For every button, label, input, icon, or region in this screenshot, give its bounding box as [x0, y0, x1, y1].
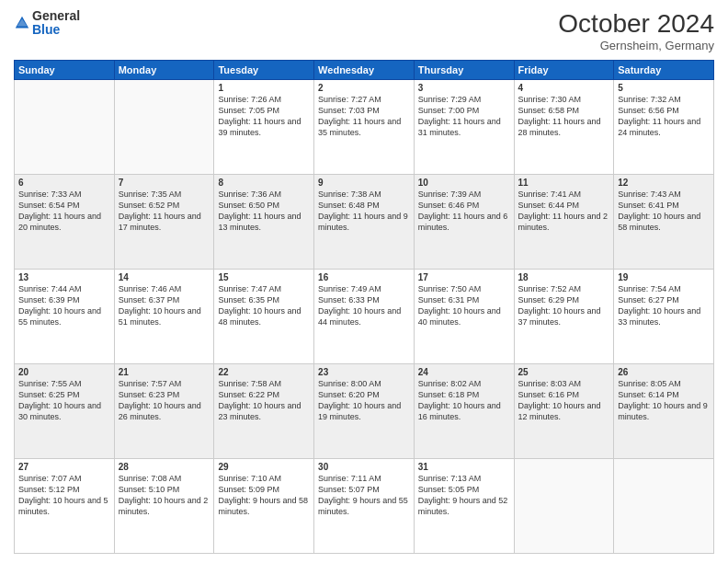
calendar-cell: 5Sunrise: 7:32 AM Sunset: 6:56 PM Daylig… [614, 80, 714, 175]
day-number: 21 [119, 367, 210, 377]
day-info: Sunrise: 7:11 AM Sunset: 5:07 PM Dayligh… [318, 473, 410, 518]
calendar-week-row: 27Sunrise: 7:07 AM Sunset: 5:12 PM Dayli… [15, 459, 714, 554]
calendar-cell [15, 80, 115, 175]
day-info: Sunrise: 7:52 AM Sunset: 6:29 PM Dayligh… [518, 283, 610, 328]
calendar-header-row: SundayMondayTuesdayWednesdayThursdayFrid… [15, 61, 714, 80]
day-number: 11 [518, 178, 610, 188]
logo: General Blue [14, 9, 80, 38]
calendar-cell: 13Sunrise: 7:44 AM Sunset: 6:39 PM Dayli… [15, 270, 115, 364]
calendar-cell: 30Sunrise: 7:11 AM Sunset: 5:07 PM Dayli… [314, 459, 415, 554]
day-number: 15 [218, 272, 310, 282]
day-info: Sunrise: 7:44 AM Sunset: 6:39 PM Dayligh… [18, 283, 110, 328]
day-info: Sunrise: 7:43 AM Sunset: 6:41 PM Dayligh… [618, 189, 710, 234]
calendar-table: SundayMondayTuesdayWednesdayThursdayFrid… [14, 60, 714, 554]
day-info: Sunrise: 7:35 AM Sunset: 6:52 PM Dayligh… [119, 189, 210, 234]
day-number: 23 [318, 367, 410, 377]
day-number: 13 [18, 272, 110, 282]
day-info: Sunrise: 7:50 AM Sunset: 6:31 PM Dayligh… [418, 283, 510, 328]
day-number: 27 [18, 462, 110, 472]
calendar-cell: 2Sunrise: 7:27 AM Sunset: 7:03 PM Daylig… [314, 80, 415, 175]
day-info: Sunrise: 8:03 AM Sunset: 6:16 PM Dayligh… [518, 378, 610, 423]
calendar-cell: 28Sunrise: 7:08 AM Sunset: 5:10 PM Dayli… [114, 459, 214, 554]
day-info: Sunrise: 7:49 AM Sunset: 6:33 PM Dayligh… [318, 283, 410, 328]
day-number: 10 [418, 178, 510, 188]
day-number: 18 [518, 272, 610, 282]
day-number: 4 [518, 83, 610, 93]
calendar-cell: 25Sunrise: 8:03 AM Sunset: 6:16 PM Dayli… [514, 364, 614, 459]
day-info: Sunrise: 7:57 AM Sunset: 6:23 PM Dayligh… [119, 378, 210, 423]
day-header-tuesday: Tuesday [214, 61, 314, 80]
calendar-cell: 7Sunrise: 7:35 AM Sunset: 6:52 PM Daylig… [114, 175, 214, 270]
day-number: 30 [318, 462, 410, 472]
day-info: Sunrise: 7:36 AM Sunset: 6:50 PM Dayligh… [218, 189, 310, 234]
calendar-cell [614, 459, 714, 554]
calendar-cell: 23Sunrise: 8:00 AM Sunset: 6:20 PM Dayli… [314, 364, 415, 459]
day-header-wednesday: Wednesday [314, 61, 415, 80]
day-number: 5 [618, 83, 710, 93]
day-info: Sunrise: 7:47 AM Sunset: 6:35 PM Dayligh… [218, 283, 310, 328]
day-info: Sunrise: 7:41 AM Sunset: 6:44 PM Dayligh… [518, 189, 610, 234]
calendar-cell: 9Sunrise: 7:38 AM Sunset: 6:48 PM Daylig… [314, 175, 415, 270]
calendar-cell: 16Sunrise: 7:49 AM Sunset: 6:33 PM Dayli… [314, 270, 415, 364]
calendar-cell: 22Sunrise: 7:58 AM Sunset: 6:22 PM Dayli… [214, 364, 314, 459]
logo-general: General [32, 8, 80, 23]
location-subtitle: Gernsheim, Germany [558, 39, 714, 52]
calendar-cell: 1Sunrise: 7:26 AM Sunset: 7:05 PM Daylig… [214, 80, 314, 175]
logo-blue: Blue [32, 22, 60, 37]
calendar-cell [514, 459, 614, 554]
day-info: Sunrise: 7:27 AM Sunset: 7:03 PM Dayligh… [318, 94, 410, 139]
calendar-cell: 11Sunrise: 7:41 AM Sunset: 6:44 PM Dayli… [514, 175, 614, 270]
day-header-monday: Monday [114, 61, 214, 80]
day-info: Sunrise: 8:00 AM Sunset: 6:20 PM Dayligh… [318, 378, 410, 423]
day-number: 2 [318, 83, 410, 93]
day-number: 29 [218, 462, 310, 472]
day-number: 16 [318, 272, 410, 282]
calendar-week-row: 13Sunrise: 7:44 AM Sunset: 6:39 PM Dayli… [15, 270, 714, 364]
day-number: 28 [119, 462, 210, 472]
logo-text: General Blue [32, 9, 80, 38]
day-header-saturday: Saturday [614, 61, 714, 80]
day-header-thursday: Thursday [414, 61, 514, 80]
day-info: Sunrise: 8:02 AM Sunset: 6:18 PM Dayligh… [418, 378, 510, 423]
day-info: Sunrise: 7:30 AM Sunset: 6:58 PM Dayligh… [518, 94, 610, 139]
day-number: 17 [418, 272, 510, 282]
day-info: Sunrise: 7:13 AM Sunset: 5:05 PM Dayligh… [418, 473, 510, 518]
calendar-cell: 27Sunrise: 7:07 AM Sunset: 5:12 PM Dayli… [15, 459, 115, 554]
day-number: 9 [318, 178, 410, 188]
calendar-cell: 12Sunrise: 7:43 AM Sunset: 6:41 PM Dayli… [614, 175, 714, 270]
day-number: 1 [218, 83, 310, 93]
day-info: Sunrise: 7:38 AM Sunset: 6:48 PM Dayligh… [318, 189, 410, 234]
calendar-cell: 3Sunrise: 7:29 AM Sunset: 7:00 PM Daylig… [414, 80, 514, 175]
page: General Blue October 2024 Gernsheim, Ger… [0, 0, 728, 563]
day-number: 7 [119, 178, 210, 188]
month-title: October 2024 [558, 9, 714, 39]
calendar-cell: 21Sunrise: 7:57 AM Sunset: 6:23 PM Dayli… [114, 364, 214, 459]
day-info: Sunrise: 7:26 AM Sunset: 7:05 PM Dayligh… [218, 94, 310, 139]
day-info: Sunrise: 7:33 AM Sunset: 6:54 PM Dayligh… [18, 189, 110, 234]
day-info: Sunrise: 7:58 AM Sunset: 6:22 PM Dayligh… [218, 378, 310, 423]
calendar-cell: 15Sunrise: 7:47 AM Sunset: 6:35 PM Dayli… [214, 270, 314, 364]
calendar-cell: 4Sunrise: 7:30 AM Sunset: 6:58 PM Daylig… [514, 80, 614, 175]
day-header-sunday: Sunday [15, 61, 115, 80]
calendar-cell: 14Sunrise: 7:46 AM Sunset: 6:37 PM Dayli… [114, 270, 214, 364]
day-number: 8 [218, 178, 310, 188]
day-number: 19 [618, 272, 710, 282]
calendar-week-row: 20Sunrise: 7:55 AM Sunset: 6:25 PM Dayli… [15, 364, 714, 459]
calendar-cell: 17Sunrise: 7:50 AM Sunset: 6:31 PM Dayli… [414, 270, 514, 364]
day-number: 3 [418, 83, 510, 93]
day-info: Sunrise: 7:32 AM Sunset: 6:56 PM Dayligh… [618, 94, 710, 139]
day-info: Sunrise: 7:07 AM Sunset: 5:12 PM Dayligh… [18, 473, 110, 518]
calendar-cell: 24Sunrise: 8:02 AM Sunset: 6:18 PM Dayli… [414, 364, 514, 459]
calendar-cell: 29Sunrise: 7:10 AM Sunset: 5:09 PM Dayli… [214, 459, 314, 554]
logo-icon [14, 15, 30, 31]
calendar-cell: 10Sunrise: 7:39 AM Sunset: 6:46 PM Dayli… [414, 175, 514, 270]
calendar-cell: 19Sunrise: 7:54 AM Sunset: 6:27 PM Dayli… [614, 270, 714, 364]
calendar-week-row: 6Sunrise: 7:33 AM Sunset: 6:54 PM Daylig… [15, 175, 714, 270]
calendar-cell [114, 80, 214, 175]
day-info: Sunrise: 7:46 AM Sunset: 6:37 PM Dayligh… [119, 283, 210, 328]
calendar-cell: 31Sunrise: 7:13 AM Sunset: 5:05 PM Dayli… [414, 459, 514, 554]
calendar-cell: 26Sunrise: 8:05 AM Sunset: 6:14 PM Dayli… [614, 364, 714, 459]
title-section: October 2024 Gernsheim, Germany [558, 9, 714, 52]
day-number: 6 [18, 178, 110, 188]
day-number: 12 [618, 178, 710, 188]
